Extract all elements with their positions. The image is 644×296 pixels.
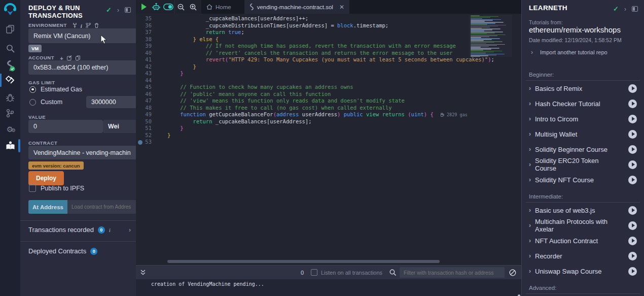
collapse-panel-icon[interactable]: › bbox=[117, 7, 119, 14]
tutorial-item-solidity-nft-course[interactable]: ›Solidity NFT Course bbox=[526, 172, 640, 187]
line-number[interactable]: 38 bbox=[136, 36, 158, 43]
tutorial-item-all-about-proxy-contracts[interactable]: ›All about Proxy Contracts bbox=[526, 294, 640, 296]
tab-home[interactable]: Home bbox=[201, 0, 236, 14]
play-tutorial-icon[interactable] bbox=[628, 160, 637, 169]
transactions-expand-icon[interactable]: › bbox=[129, 226, 131, 234]
transactions-info-icon[interactable]: i bbox=[109, 227, 111, 233]
copy-account-icon[interactable] bbox=[76, 55, 80, 60]
tutorial-item-intro-to-circom[interactable]: ›Intro to Circom bbox=[526, 111, 640, 126]
collapse-panel-icon[interactable]: › bbox=[624, 6, 626, 13]
line-number[interactable]: 48 bbox=[136, 105, 158, 112]
code-editor[interactable]: 35 _cupcakeBalances[userAddress]++;36 _c… bbox=[136, 14, 521, 260]
pin-panel-icon[interactable] bbox=[125, 7, 131, 13]
import-tutorial-repo[interactable]: › Import another tutorial repo bbox=[531, 49, 607, 56]
play-tutorial-icon[interactable] bbox=[628, 130, 637, 139]
delete-env-icon[interactable] bbox=[94, 23, 99, 28]
remix-logo-icon[interactable] bbox=[0, 2, 20, 17]
horizontal-scrollbar[interactable] bbox=[167, 260, 440, 263]
minimap[interactable] bbox=[469, 15, 512, 57]
expand-tutorial-icon[interactable]: › bbox=[529, 146, 531, 153]
run-script-icon[interactable] bbox=[138, 0, 150, 14]
at-address-button[interactable]: At Address bbox=[28, 200, 67, 214]
ai-assistant-icon[interactable] bbox=[150, 0, 162, 14]
environment-select[interactable]: Remix VM (Cancun) bbox=[28, 28, 147, 43]
custom-gas-option[interactable]: Custom bbox=[29, 98, 62, 106]
fork-env-icon[interactable] bbox=[86, 23, 91, 28]
expand-tutorial-icon[interactable]: › bbox=[529, 161, 531, 168]
source-control-icon[interactable] bbox=[0, 106, 20, 121]
expand-tutorial-icon[interactable]: › bbox=[529, 222, 531, 229]
line-number[interactable]: 36 bbox=[136, 22, 158, 29]
tutorial-item-multisig-wallet[interactable]: ›Multisig Wallet bbox=[526, 126, 640, 142]
expand-tutorial-icon[interactable]: › bbox=[529, 130, 531, 138]
tab-vending-machine-contract[interactable]: vending-machine-contract.sol ✕ bbox=[244, 0, 349, 14]
custom-gas-radio[interactable] bbox=[29, 99, 36, 106]
expand-tutorial-icon[interactable]: › bbox=[529, 100, 531, 107]
line-number[interactable]: 52 bbox=[136, 132, 158, 139]
transactions-recorded-row[interactable]: Transactions recorded 0 i › bbox=[28, 226, 131, 234]
zoom-in-icon[interactable] bbox=[187, 0, 199, 14]
search-icon[interactable] bbox=[0, 41, 20, 56]
estimated-gas-option[interactable]: Estimated Gas bbox=[29, 86, 82, 93]
expand-tutorial-icon[interactable]: › bbox=[529, 176, 531, 183]
line-number[interactable]: 51 bbox=[136, 125, 158, 132]
expand-tutorial-icon[interactable]: › bbox=[529, 252, 531, 259]
play-tutorial-icon[interactable] bbox=[628, 84, 637, 93]
line-number[interactable]: 37 bbox=[136, 29, 158, 36]
pin-panel-icon[interactable] bbox=[632, 6, 638, 12]
tutorial-item-multichain-protocols-with-axelar[interactable]: ›Multichain Protocols with Axelar bbox=[526, 218, 640, 233]
play-tutorial-icon[interactable] bbox=[628, 145, 637, 154]
debugger-icon[interactable] bbox=[0, 90, 20, 105]
publish-ipfs-checkbox[interactable] bbox=[29, 185, 36, 192]
tutorial-item-uniswap-swap-course[interactable]: ›Uniswap Swap Course bbox=[526, 264, 640, 279]
expand-tutorial-icon[interactable]: › bbox=[529, 85, 531, 92]
line-number[interactable]: 46 bbox=[136, 91, 158, 98]
deployed-contracts-row[interactable]: Deployed Contracts 0 bbox=[28, 247, 131, 255]
line-number[interactable]: 40 bbox=[136, 50, 158, 57]
close-tab-icon[interactable]: ✕ bbox=[339, 4, 344, 11]
estimated-gas-radio[interactable] bbox=[29, 86, 36, 93]
line-number[interactable]: 49 bbox=[136, 111, 158, 118]
line-number[interactable]: 44 bbox=[136, 77, 158, 84]
solidity-compiler-icon[interactable] bbox=[0, 58, 20, 74]
listen-all-transactions[interactable]: Listen on all transactions bbox=[311, 269, 382, 276]
line-number[interactable]: 42 bbox=[136, 63, 158, 71]
expand-tutorial-icon[interactable]: › bbox=[529, 207, 531, 214]
contract-select[interactable]: VendingMachine - vending-machin bbox=[28, 146, 147, 159]
play-tutorial-icon[interactable] bbox=[628, 176, 637, 184]
play-tutorial-icon[interactable] bbox=[628, 115, 637, 123]
publish-to-ipfs-option[interactable]: Publish to IPFS bbox=[29, 185, 84, 192]
tutorial-item-solidity-beginner-course[interactable]: ›Solidity Beginner Course bbox=[526, 142, 640, 157]
line-number[interactable]: 41 bbox=[136, 56, 158, 63]
play-tutorial-icon[interactable] bbox=[628, 267, 637, 276]
tutorial-item-solidity-erc20-token-course[interactable]: ›Solidity ERC20 Token Course bbox=[526, 157, 640, 172]
copilot-toggle-icon[interactable] bbox=[162, 0, 174, 14]
value-input[interactable]: 0 bbox=[28, 120, 103, 133]
tutorial-item-recorder[interactable]: ›Recorder bbox=[526, 248, 640, 264]
tutorial-item-hash-checker-tutorial[interactable]: ›Hash Checker Tutorial bbox=[526, 96, 640, 111]
tutorial-item-nft-auction-contract[interactable]: ›NFT Auction Contract bbox=[526, 233, 640, 248]
line-number[interactable]: 43 bbox=[136, 70, 158, 77]
line-number[interactable]: 50 bbox=[136, 118, 158, 125]
line-number[interactable]: 45 bbox=[136, 84, 158, 91]
listen-checkbox[interactable] bbox=[311, 269, 317, 276]
zoom-out-icon[interactable] bbox=[175, 0, 187, 14]
breakpoint-dot[interactable] bbox=[138, 140, 142, 145]
deploy-and-run-icon[interactable] bbox=[0, 73, 20, 88]
tutorial-item-basic-use-of-web3-js[interactable]: ›Basic use of web3.js bbox=[526, 203, 640, 218]
line-number[interactable]: 47 bbox=[136, 97, 158, 105]
clear-terminal-icon[interactable] bbox=[509, 269, 516, 276]
at-address-input[interactable] bbox=[67, 200, 147, 214]
account-select[interactable]: 0x5B3...eddC4 (100 ether) bbox=[28, 60, 147, 75]
file-explorer-icon[interactable] bbox=[0, 21, 20, 37]
play-tutorial-icon[interactable] bbox=[628, 206, 637, 215]
expand-tutorial-icon[interactable]: › bbox=[529, 115, 531, 122]
play-tutorial-icon[interactable] bbox=[628, 100, 637, 108]
deploy-button[interactable]: Deploy bbox=[28, 171, 64, 185]
expand-tutorial-icon[interactable]: › bbox=[529, 268, 531, 275]
learneth-icon[interactable] bbox=[0, 138, 20, 153]
play-tutorial-icon[interactable] bbox=[628, 252, 637, 260]
collapse-terminal-icon[interactable] bbox=[137, 266, 149, 279]
tutorial-item-basics-of-remix[interactable]: ›Basics of Remix bbox=[526, 81, 640, 96]
play-tutorial-icon[interactable] bbox=[628, 221, 637, 230]
